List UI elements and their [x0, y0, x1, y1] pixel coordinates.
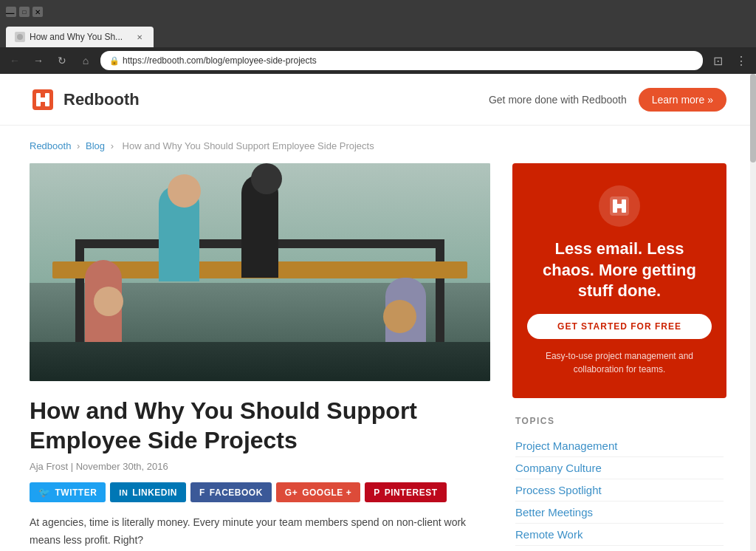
- logo-area: Redbooth: [30, 86, 140, 113]
- svg-point-0: [17, 34, 23, 40]
- forward-button[interactable]: →: [30, 52, 47, 69]
- article-intro: At agencies, time is literally money. Ev…: [30, 514, 490, 550]
- sidebar-cta-button[interactable]: GET STARTED FOR FREE: [527, 314, 712, 339]
- tab-favicon: [15, 32, 25, 42]
- browser-chrome: ─ □ ✕ How and Why You Sh... ✕ ← → ↻ ⌂ 🔒 …: [0, 0, 756, 74]
- home-button[interactable]: ⌂: [77, 52, 94, 69]
- facebook-share-button[interactable]: f Facebook: [190, 482, 272, 502]
- topic-item-company-culture[interactable]: Company Culture: [515, 457, 724, 479]
- topics-section: TOPICS Project Management Company Cultur…: [512, 416, 726, 551]
- social-share-buttons: 🐦 Twitter in LinkedIn f Facebook g+ Goog…: [30, 482, 490, 502]
- main-column: How and Why You Should Support Employee …: [30, 163, 490, 551]
- back-button[interactable]: ←: [6, 52, 24, 69]
- window-controls: ─ □ ✕: [6, 7, 43, 17]
- linkedin-label: LinkedIn: [132, 487, 177, 498]
- close-button[interactable]: ✕: [32, 7, 43, 17]
- scrollbar-track: [750, 74, 756, 551]
- breadcrumb: Redbooth › Blog › How and Why You Should…: [30, 140, 726, 151]
- googleplus-share-button[interactable]: g+ Google +: [276, 482, 360, 502]
- title-bar: ─ □ ✕: [0, 0, 756, 24]
- page-content: Redbooth › Blog › How and Why You Should…: [0, 126, 756, 551]
- topic-item-personal-productivity[interactable]: Personal Productivity: [515, 546, 724, 551]
- article-meta: Aja Frost | November 30th, 2016: [30, 461, 490, 472]
- tab-title: How and Why You Sh...: [30, 32, 130, 42]
- sidebar-column: Less email. Less chaos. More getting stu…: [512, 163, 726, 551]
- googleplus-label: Google +: [302, 487, 351, 498]
- breadcrumb-sep2: ›: [111, 140, 114, 151]
- pinterest-share-button[interactable]: P Pinterest: [365, 482, 446, 502]
- sidebar-ad-subtext: Easy-to-use project management and colla…: [527, 349, 712, 376]
- topic-item-remote-work[interactable]: Remote Work: [515, 524, 724, 546]
- topic-item-project-management[interactable]: Project Management: [515, 435, 724, 457]
- minimize-button[interactable]: ─: [6, 7, 16, 17]
- meta-separator: |: [71, 461, 76, 472]
- url-bar[interactable]: 🔒 https://redbooth.com/blog/employee-sid…: [100, 51, 703, 70]
- sidebar-ad: Less email. Less chaos. More getting stu…: [512, 163, 726, 398]
- header-tagline: Get more done with Redbooth: [489, 94, 627, 106]
- facebook-label: Facebook: [210, 487, 263, 498]
- security-icon: 🔒: [109, 56, 120, 66]
- active-tab[interactable]: How and Why You Sh... ✕: [6, 27, 154, 47]
- svg-rect-8: [613, 204, 626, 208]
- article-date: November 30th, 2016: [76, 461, 168, 472]
- page-wrapper: Redbooth Get more done with Redbooth Lea…: [0, 74, 756, 551]
- menu-button[interactable]: ⋮: [732, 52, 750, 69]
- learn-more-button[interactable]: Learn more »: [639, 88, 726, 112]
- article-body: At agencies, time is literally money. Ev…: [30, 514, 490, 550]
- scrollbar-thumb[interactable]: [750, 74, 756, 162]
- article-photo: [30, 163, 490, 381]
- cast-button[interactable]: ⊡: [709, 52, 726, 69]
- breadcrumb-section[interactable]: Blog: [86, 140, 105, 151]
- sidebar-ad-icon: [599, 185, 640, 227]
- googleplus-icon: g+: [285, 487, 298, 498]
- breadcrumb-sep1: ›: [77, 140, 80, 151]
- tab-close-button[interactable]: ✕: [134, 32, 145, 42]
- maximize-button[interactable]: □: [19, 7, 30, 17]
- facebook-icon: f: [199, 487, 205, 498]
- reload-button[interactable]: ↻: [53, 52, 71, 69]
- svg-rect-4: [36, 97, 49, 102]
- topic-item-better-meetings[interactable]: Better Meetings: [515, 502, 724, 524]
- url-text: https://redbooth.com/blog/employee-side-…: [123, 55, 317, 66]
- site-header: Redbooth Get more done with Redbooth Lea…: [0, 74, 756, 126]
- sidebar-ad-headline: Less email. Less chaos. More getting stu…: [527, 239, 712, 302]
- twitter-icon: 🐦: [38, 487, 51, 498]
- article-title: How and Why You Should Support Employee …: [30, 396, 490, 455]
- content-layout: How and Why You Should Support Employee …: [30, 163, 726, 551]
- logo-text: Redbooth: [63, 90, 140, 109]
- linkedin-icon: in: [119, 488, 128, 497]
- linkedin-share-button[interactable]: in LinkedIn: [110, 482, 186, 502]
- tab-bar: How and Why You Sh... ✕: [0, 24, 756, 47]
- header-right: Get more done with Redbooth Learn more »: [489, 88, 726, 112]
- breadcrumb-current: How and Why You Should Support Employee …: [123, 140, 374, 151]
- pinterest-icon: P: [374, 487, 380, 498]
- pinterest-label: Pinterest: [385, 487, 438, 498]
- article-author: Aja Frost: [30, 461, 68, 472]
- topic-item-process-spotlight[interactable]: Process Spotlight: [515, 479, 724, 502]
- twitter-label: Twitter: [55, 487, 97, 498]
- breadcrumb-home[interactable]: Redbooth: [30, 140, 71, 151]
- twitter-share-button[interactable]: 🐦 Twitter: [30, 482, 106, 502]
- address-bar: ← → ↻ ⌂ 🔒 https://redbooth.com/blog/empl…: [0, 47, 756, 74]
- logo-icon: [30, 86, 56, 113]
- topics-label: TOPICS: [515, 416, 724, 426]
- article-image: [30, 163, 490, 381]
